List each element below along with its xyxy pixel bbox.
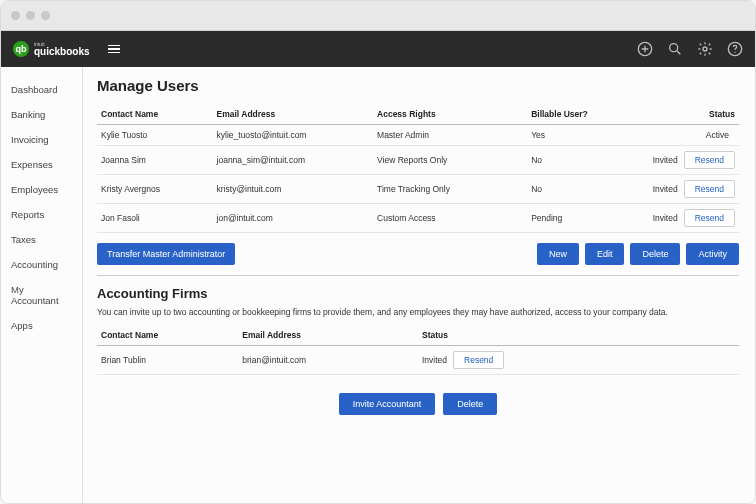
users-th-contact: Contact Name	[97, 104, 213, 125]
content-area: Manage Users Contact Name Email Address …	[83, 67, 755, 503]
page-title: Manage Users	[97, 77, 739, 94]
app-header: qb intuit quickbooks	[1, 31, 755, 67]
edit-button[interactable]: Edit	[585, 243, 625, 265]
sidebar-item-dashboard[interactable]: Dashboard	[1, 77, 82, 102]
resend-button[interactable]: Resend	[684, 151, 735, 169]
table-row[interactable]: Joanna Sim joanna_sim@intuit.com View Re…	[97, 146, 739, 175]
status-text: Invited	[653, 213, 678, 223]
table-row[interactable]: Kylie Tuosto kylie_tuosto@intuit.com Mas…	[97, 125, 739, 146]
sidebar-item-taxes[interactable]: Taxes	[1, 227, 82, 252]
table-row[interactable]: Jon Fasoli jon@intuit.com Custom Access …	[97, 204, 739, 233]
new-button[interactable]: New	[537, 243, 579, 265]
cell-contact: Joanna Sim	[97, 146, 213, 175]
section-divider	[97, 275, 739, 276]
resend-button[interactable]: Resend	[684, 180, 735, 198]
cell-billable: Yes	[527, 125, 623, 146]
invite-accountant-button[interactable]: Invite Accountant	[339, 393, 436, 415]
sidebar-item-accounting[interactable]: Accounting	[1, 252, 82, 277]
window-close-dot[interactable]	[11, 11, 20, 20]
cell-rights: Time Tracking Only	[373, 175, 527, 204]
cell-email: kristy@intuit.com	[213, 175, 374, 204]
sidebar: Dashboard Banking Invoicing Expenses Emp…	[1, 67, 83, 503]
brand-logo[interactable]: qb intuit quickbooks	[13, 41, 90, 57]
browser-titlebar	[1, 1, 755, 31]
status-text: Invited	[653, 184, 678, 194]
brand-bottom: quickbooks	[34, 47, 90, 57]
cell-contact: Kristy Avergnos	[97, 175, 213, 204]
status-text: Invited	[422, 355, 447, 365]
cell-contact: Jon Fasoli	[97, 204, 213, 233]
cell-rights: View Reports Only	[373, 146, 527, 175]
add-icon[interactable]	[637, 41, 653, 57]
cell-contact: Brian Tublin	[97, 346, 238, 375]
cell-billable: No	[527, 175, 623, 204]
status-text: Invited	[653, 155, 678, 165]
gear-icon[interactable]	[697, 41, 713, 57]
svg-point-4	[734, 52, 735, 53]
users-th-billable: Billable User?	[527, 104, 623, 125]
status-text: Active	[706, 130, 729, 140]
delete-button[interactable]: Delete	[630, 243, 680, 265]
window-max-dot[interactable]	[41, 11, 50, 20]
sidebar-item-banking[interactable]: Banking	[1, 102, 82, 127]
sidebar-item-invoicing[interactable]: Invoicing	[1, 127, 82, 152]
cell-email: jon@intuit.com	[213, 204, 374, 233]
activity-button[interactable]: Activity	[686, 243, 739, 265]
resend-button[interactable]: Resend	[453, 351, 504, 369]
cell-billable: No	[527, 146, 623, 175]
sidebar-item-apps[interactable]: Apps	[1, 313, 82, 338]
users-table: Contact Name Email Address Access Rights…	[97, 104, 739, 233]
transfer-master-admin-button[interactable]: Transfer Master Administrator	[97, 243, 235, 265]
firms-th-contact: Contact Name	[97, 325, 238, 346]
cell-email: kylie_tuosto@intuit.com	[213, 125, 374, 146]
sidebar-item-my-accountant[interactable]: My Accountant	[1, 277, 82, 313]
cell-email: brian@intuit.com	[238, 346, 418, 375]
firms-th-email: Email Address	[238, 325, 418, 346]
firms-title: Accounting Firms	[97, 286, 739, 301]
menu-toggle-icon[interactable]	[108, 45, 120, 54]
table-row[interactable]: Kristy Avergnos kristy@intuit.com Time T…	[97, 175, 739, 204]
cell-rights: Master Admin	[373, 125, 527, 146]
qb-logo-icon: qb	[13, 41, 29, 57]
cell-email: joanna_sim@intuit.com	[213, 146, 374, 175]
users-th-status: Status	[623, 104, 739, 125]
cell-rights: Custom Access	[373, 204, 527, 233]
sidebar-item-employees[interactable]: Employees	[1, 177, 82, 202]
svg-point-2	[703, 47, 707, 51]
firms-description: You can invite up to two accounting or b…	[97, 307, 739, 317]
cell-billable: Pending	[527, 204, 623, 233]
cell-contact: Kylie Tuosto	[97, 125, 213, 146]
users-th-email: Email Address	[213, 104, 374, 125]
delete-firm-button[interactable]: Delete	[443, 393, 497, 415]
svg-point-1	[670, 44, 678, 52]
firms-th-status: Status	[418, 325, 739, 346]
users-th-rights: Access Rights	[373, 104, 527, 125]
window-min-dot[interactable]	[26, 11, 35, 20]
firms-table: Contact Name Email Address Status Brian …	[97, 325, 739, 375]
help-icon[interactable]	[727, 41, 743, 57]
resend-button[interactable]: Resend	[684, 209, 735, 227]
table-row[interactable]: Brian Tublin brian@intuit.com InvitedRes…	[97, 346, 739, 375]
search-icon[interactable]	[667, 41, 683, 57]
sidebar-item-expenses[interactable]: Expenses	[1, 152, 82, 177]
sidebar-item-reports[interactable]: Reports	[1, 202, 82, 227]
